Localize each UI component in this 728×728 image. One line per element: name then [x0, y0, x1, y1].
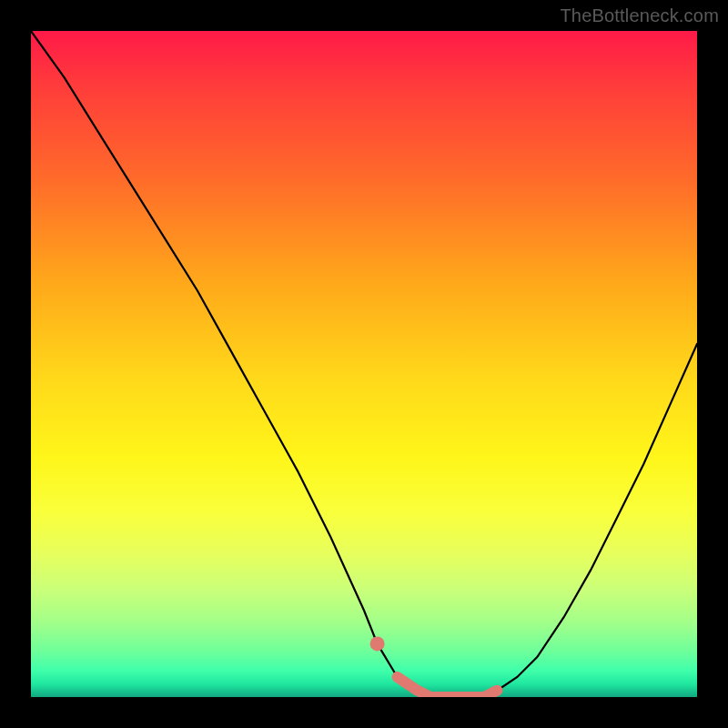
- curve-highlight: [398, 677, 498, 697]
- curve-highlight-dot: [370, 636, 385, 651]
- watermark-text: TheBottleneck.com: [560, 5, 719, 26]
- bottleneck-curve: [31, 31, 697, 697]
- plot-area: [31, 31, 697, 697]
- curve-path: [31, 31, 697, 697]
- chart-frame: TheBottleneck.com: [0, 0, 728, 728]
